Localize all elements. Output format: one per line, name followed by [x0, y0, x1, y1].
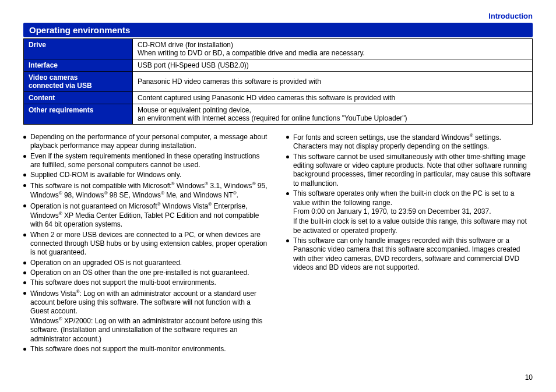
- text: This software is not compatible with Mic…: [30, 182, 171, 190]
- text: For fonts and screen settings, use the s…: [293, 133, 470, 142]
- list-sub-item: From 0:00 on January 1, 1970, to 23:59 o…: [293, 207, 533, 216]
- list-item: For fonts and screen settings, use the s…: [286, 133, 533, 151]
- list-item: When 2 or more USB devices are connected…: [23, 231, 270, 257]
- row-value: CD-ROM drive (for installation) When wri…: [133, 39, 533, 59]
- text: Me, and Windows NT: [164, 191, 233, 199]
- text: Operation is not guaranteed on Microsoft: [30, 202, 157, 210]
- text: Windows Vista: [30, 289, 76, 298]
- text: XP Media Center Edition, Tablet PC Editi…: [30, 211, 259, 228]
- text: CD-ROM drive (for installation): [138, 41, 233, 49]
- list-item: Operation on an upgraded OS is not guara…: [23, 259, 270, 267]
- text: XP/2000: Log on with an administrator ac…: [30, 317, 262, 343]
- row-label: Drive: [24, 39, 133, 59]
- list-item: This software operates only when the bui…: [286, 189, 533, 235]
- section-title-bar: Operating environments: [23, 23, 533, 37]
- text: connected via USB: [29, 82, 92, 90]
- list-item: Operation is not guaranteed on Microsoft…: [23, 202, 270, 229]
- row-label: Video cameras connected via USB: [24, 72, 133, 92]
- table-row: Interface USB port (Hi-Speed USB (USB2.0…: [24, 59, 533, 72]
- row-label: Interface: [24, 59, 133, 72]
- notes-left-column: Depending on the performance of your per…: [23, 133, 270, 355]
- table-row: Drive CD-ROM drive (for installation) Wh…: [24, 39, 533, 59]
- text: Windows: [174, 182, 205, 190]
- text: This software operates only when the bui…: [293, 189, 515, 206]
- text: 98 SE, Windows: [108, 191, 161, 199]
- text: 98, Windows: [62, 191, 104, 199]
- text: 3.1, Windows: [208, 182, 252, 190]
- text: Mouse or equivalent pointing device,: [138, 106, 251, 114]
- requirements-table: Drive CD-ROM drive (for installation) Wh…: [23, 38, 533, 125]
- text: .: [237, 191, 238, 199]
- notes-right-column: For fonts and screen settings, use the s…: [286, 133, 533, 355]
- row-value: Mouse or equivalent pointing device, an …: [133, 104, 533, 125]
- list-sub-item: Windows® XP/2000: Log on with an adminis…: [30, 316, 270, 344]
- row-value: Panasonic HD video cameras this software…: [133, 72, 533, 92]
- table-row: Other requirements Mouse or equivalent p…: [24, 104, 533, 125]
- row-value: Content captured using Panasonic HD vide…: [133, 92, 533, 104]
- list-item: Depending on the performance of your per…: [23, 133, 270, 151]
- text: When writing to DVD or BD, a compatible …: [138, 49, 365, 57]
- list-sub-item: If the built-in clock is set to a value …: [293, 217, 533, 235]
- list-item: This software cannot be used simultaneou…: [286, 153, 533, 188]
- list-item: Supplied CD-ROM is available for Windows…: [23, 171, 270, 179]
- breadcrumb: Introduction: [23, 12, 533, 20]
- text: Windows: [30, 317, 59, 325]
- list-item: This software does not support the multi…: [23, 345, 270, 354]
- text: Windows Vista: [160, 202, 208, 210]
- row-label: Other requirements: [24, 104, 133, 125]
- list-item: Operation on an OS other than the one pr…: [23, 269, 270, 277]
- list-item: This software does not support the multi…: [23, 278, 270, 287]
- text: Video cameras: [29, 73, 78, 82]
- row-value: USB port (Hi-Speed USB (USB2.0)): [133, 59, 533, 72]
- page-number: 10: [525, 373, 533, 382]
- list-item: Even if the system requirements mentione…: [23, 152, 270, 170]
- table-row: Content Content captured using Panasonic…: [24, 92, 533, 104]
- list-item: This software can only handle images rec…: [286, 236, 533, 272]
- table-row: Video cameras connected via USB Panasoni…: [24, 72, 533, 92]
- list-item: This software is not compatible with Mic…: [23, 181, 270, 200]
- row-label: Content: [24, 92, 133, 104]
- notes-columns: Depending on the performance of your per…: [23, 133, 533, 355]
- list-item: Windows Vista®: Log on with an administr…: [23, 289, 270, 344]
- text: an environment with Internet access (req…: [138, 114, 407, 122]
